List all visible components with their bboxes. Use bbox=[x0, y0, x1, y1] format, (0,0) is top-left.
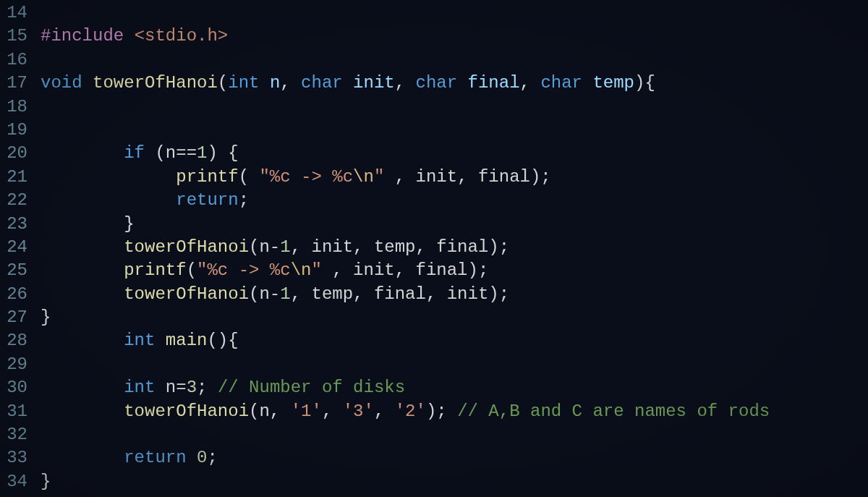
code-token: , temp, final, init); bbox=[291, 284, 509, 304]
code-token: (n, bbox=[249, 402, 291, 421]
code-token: char bbox=[416, 73, 458, 93]
code-line[interactable]: if (n==1) { bbox=[41, 142, 868, 165]
line-number: 21 bbox=[0, 166, 27, 189]
code-token: ); bbox=[426, 402, 457, 421]
code-line[interactable]: #include <stdio.h> bbox=[41, 25, 868, 48]
code-line[interactable]: int n=3; // Number of disks bbox=[41, 376, 868, 399]
code-token bbox=[457, 73, 467, 93]
code-token: main bbox=[166, 331, 208, 350]
code-token: printf bbox=[176, 167, 238, 187]
code-line[interactable]: printf("%c -> %c\n" , init, final); bbox=[41, 259, 868, 282]
code-line[interactable]: int main(){ bbox=[41, 329, 868, 352]
code-token: { bbox=[228, 143, 238, 163]
code-line[interactable]: printf( "%c -> %c\n" , init, final); bbox=[41, 166, 868, 189]
code-token: '2' bbox=[395, 402, 426, 421]
code-line[interactable] bbox=[41, 353, 868, 376]
code-token bbox=[41, 237, 124, 257]
line-number: 14 bbox=[0, 1, 27, 25]
code-token: } bbox=[41, 307, 51, 327]
code-token: printf bbox=[124, 260, 186, 280]
code-token: #include bbox=[41, 26, 135, 46]
code-token: } bbox=[41, 472, 51, 491]
line-number: 35 bbox=[0, 493, 27, 497]
code-token bbox=[41, 260, 124, 280]
code-token: return bbox=[176, 190, 238, 210]
line-number: 34 bbox=[0, 470, 27, 493]
code-token: char bbox=[540, 73, 582, 93]
code-token bbox=[41, 143, 124, 163]
code-line[interactable] bbox=[41, 1, 868, 25]
code-token: { bbox=[228, 331, 238, 350]
code-line[interactable]: } bbox=[41, 306, 868, 329]
code-token: 1 bbox=[280, 284, 290, 304]
line-number: 23 bbox=[0, 213, 27, 236]
code-token: n= bbox=[155, 378, 186, 397]
code-token: towerOfHanoi bbox=[124, 402, 249, 421]
code-line[interactable] bbox=[41, 423, 868, 446]
code-token: () bbox=[207, 331, 228, 350]
code-token: , bbox=[280, 73, 301, 93]
code-token: " bbox=[374, 167, 384, 187]
code-token: ) bbox=[207, 143, 228, 163]
code-line[interactable]: void towerOfHanoi(int n, char init, char… bbox=[41, 72, 868, 95]
line-number: 32 bbox=[0, 423, 27, 446]
code-line[interactable]: towerOfHanoi(n-1, init, temp, final); bbox=[41, 236, 868, 259]
line-number: 19 bbox=[0, 119, 27, 142]
code-token bbox=[582, 73, 592, 93]
code-token: // A,B and C are names of rods bbox=[457, 402, 770, 421]
code-token: int bbox=[228, 73, 259, 93]
line-number: 29 bbox=[0, 353, 27, 376]
code-editor[interactable]: 1415161718192021222324252627282930313233… bbox=[0, 0, 868, 497]
line-number: 18 bbox=[0, 95, 27, 119]
code-token: final bbox=[468, 73, 520, 93]
code-line[interactable] bbox=[41, 48, 868, 72]
line-number: 22 bbox=[0, 189, 27, 212]
code-token: towerOfHanoi bbox=[93, 73, 218, 93]
line-number: 24 bbox=[0, 236, 27, 259]
line-number: 20 bbox=[0, 142, 27, 165]
code-token: (n- bbox=[249, 284, 280, 304]
code-line[interactable] bbox=[41, 119, 868, 142]
code-line[interactable]: towerOfHanoi(n-1, temp, final, init); bbox=[41, 283, 868, 306]
code-line[interactable]: } bbox=[41, 470, 868, 493]
line-number: 33 bbox=[0, 446, 27, 470]
line-number: 25 bbox=[0, 259, 27, 282]
code-token bbox=[343, 73, 353, 93]
code-token: " bbox=[311, 260, 321, 280]
line-number: 31 bbox=[0, 400, 27, 423]
code-token: int bbox=[124, 378, 155, 397]
code-token: \n bbox=[353, 167, 374, 187]
code-line[interactable]: } bbox=[41, 213, 868, 236]
code-token: "%c -> %c bbox=[259, 167, 353, 187]
code-token: , bbox=[520, 73, 541, 93]
code-token: , bbox=[374, 402, 395, 421]
code-line[interactable]: return; bbox=[41, 189, 868, 212]
code-token bbox=[41, 402, 124, 421]
code-line[interactable]: return 0; bbox=[41, 446, 868, 470]
code-token bbox=[41, 284, 124, 304]
code-token: (n- bbox=[249, 237, 280, 257]
code-token: } bbox=[124, 214, 134, 234]
code-token: 0 bbox=[197, 448, 207, 467]
code-line[interactable]: towerOfHanoi(n, '1', '3', '2'); // A,B a… bbox=[41, 400, 868, 423]
code-token: n bbox=[270, 73, 280, 93]
code-token bbox=[82, 73, 93, 93]
code-token: 3 bbox=[187, 378, 197, 397]
code-token: (n== bbox=[145, 143, 197, 163]
code-token: 1 bbox=[280, 237, 290, 257]
code-token: ; bbox=[197, 378, 218, 397]
code-token: \n bbox=[291, 260, 312, 280]
code-token bbox=[41, 331, 124, 350]
code-line[interactable] bbox=[41, 493, 868, 497]
line-number: 15 bbox=[0, 25, 27, 48]
code-line[interactable] bbox=[41, 95, 868, 119]
code-token: ( bbox=[239, 167, 260, 187]
code-area[interactable]: #include <stdio.h>void towerOfHanoi(int … bbox=[36, 0, 868, 497]
code-token: , bbox=[395, 73, 416, 93]
code-token: , bbox=[322, 402, 343, 421]
code-token: , init, temp, final); bbox=[291, 237, 509, 257]
code-token: ; bbox=[207, 448, 217, 467]
code-token: return bbox=[124, 448, 186, 467]
code-token: ) bbox=[634, 73, 644, 93]
code-token: init bbox=[353, 73, 395, 93]
